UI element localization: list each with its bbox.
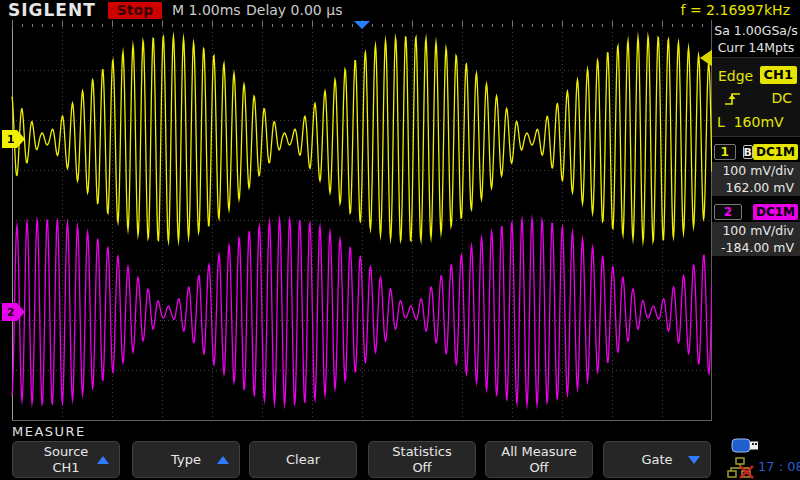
clock-separator: : <box>775 459 788 474</box>
waveform-display <box>0 0 800 480</box>
softkey-value: Off <box>529 460 548 476</box>
acquisition-readout: Sa 1.00GSa/s Curr 14Mpts <box>712 22 800 56</box>
channel1-coupling-chip: DC1M <box>753 144 798 160</box>
clock: 17 : 08 <box>758 459 800 474</box>
memory-depth-readout: Curr 14Mpts <box>712 39 800 56</box>
softkey-type[interactable]: Type <box>132 441 240 478</box>
trigger-type-label: Edge <box>718 68 753 84</box>
trigger-coupling-label: DC <box>771 90 792 106</box>
bandwidth-limit-badge: B <box>743 145 753 159</box>
softkey-label: Statistics <box>392 444 451 460</box>
brand-logo: SIGLENT <box>8 0 96 20</box>
softkey-label: Source <box>44 444 89 460</box>
channel1-offset-readout: 162.00 mV <box>712 179 800 196</box>
softkey-statistics[interactable]: Statistics Off <box>368 441 476 478</box>
sidebar: Sa 1.00GSa/s Curr 14Mpts Edge CH1 DC L 1… <box>712 20 800 480</box>
top-bar: SIGLENT Stop M 1.00ms Delay 0.00 µs f = … <box>0 0 800 20</box>
channel2-scale-readout: 100 mV/div <box>712 222 800 239</box>
clock-hour: 17 <box>758 459 775 474</box>
run-state-badge[interactable]: Stop <box>108 2 162 19</box>
channel1-scale-readout: 100 mV/div <box>712 162 800 179</box>
softkey-gate[interactable]: Gate <box>603 441 711 478</box>
down-arrow-icon <box>688 456 700 464</box>
softkey-label: Clear <box>286 452 320 468</box>
softkey-source[interactable]: Source CH1 <box>12 441 120 478</box>
channel2-offset-readout: -184.00 mV <box>712 239 800 256</box>
up-arrow-icon <box>97 456 109 464</box>
timebase-readout: M 1.00ms <box>172 0 241 20</box>
menu-title: MEASURE <box>12 424 86 439</box>
channel2-info-box[interactable]: 2 DC1M 100 mV/div -184.00 mV <box>712 202 800 256</box>
trigger-level-readout: L 160mV <box>717 114 784 130</box>
softkey-value: CH1 <box>52 460 79 476</box>
channel1-number-chip: 1 <box>714 144 736 160</box>
channel2-header: 2 DC1M <box>712 202 800 222</box>
trigger-source-chip: CH1 <box>760 66 797 84</box>
softkey-menu: MEASURE Source CH1 Type Clear Statistics… <box>0 422 800 480</box>
softkey-label: All Measure <box>501 444 577 460</box>
softkey-label: Type <box>171 452 201 468</box>
rising-edge-icon <box>724 91 742 107</box>
sample-rate-readout: Sa 1.00GSa/s <box>712 22 800 39</box>
clock-minute: 08 <box>787 459 800 474</box>
channel2-coupling-chip: DC1M <box>753 204 798 220</box>
softkey-all-measure[interactable]: All Measure Off <box>485 441 593 478</box>
channel1-header: 1 B DC1M <box>712 142 800 162</box>
channel1-info-box[interactable]: 1 B DC1M 100 mV/div 162.00 mV <box>712 142 800 196</box>
channel2-number-chip: 2 <box>714 204 742 220</box>
oscilloscope-screen: SIGLENT Stop M 1.00ms Delay 0.00 µs f = … <box>0 0 800 480</box>
lan-disconnected-icon <box>727 457 755 480</box>
softkey-clear[interactable]: Clear <box>249 441 357 478</box>
trigger-panel[interactable]: Edge CH1 DC L 160mV <box>712 57 800 137</box>
delay-readout: Delay 0.00 µs <box>246 0 342 20</box>
frequency-counter-readout: f = 2.16997kHz <box>681 0 790 20</box>
softkey-label: Gate <box>641 452 672 468</box>
usb-icon <box>731 437 761 459</box>
softkey-value: Off <box>412 460 431 476</box>
up-arrow-icon <box>217 456 229 464</box>
